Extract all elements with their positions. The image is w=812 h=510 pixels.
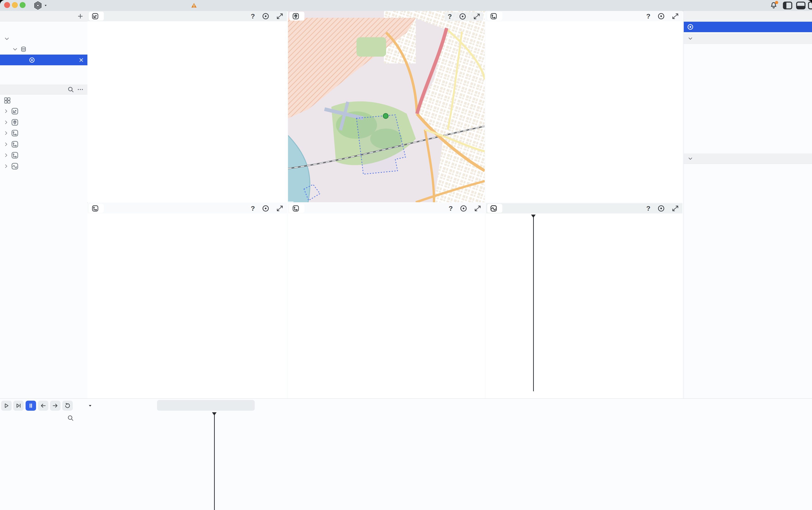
spatial2d-view-icon	[490, 12, 497, 20]
gnss-position-marker[interactable]	[383, 113, 388, 118]
notifications-bell-icon[interactable]	[770, 0, 778, 11]
maximize-view-icon[interactable]	[277, 13, 283, 20]
visibility-eye-icon[interactable]	[460, 204, 467, 212]
connection-status	[614, 0, 741, 11]
view-map-title-chip[interactable]	[289, 12, 304, 21]
chevron-down-icon	[89, 405, 91, 406]
view-sensing-title-chip[interactable]	[487, 204, 502, 213]
chevron-right-icon[interactable]	[3, 163, 9, 169]
chevron-down-icon[interactable]	[4, 36, 10, 42]
selected-recording-row[interactable]	[684, 22, 812, 32]
close-window-button[interactable]	[4, 2, 10, 8]
chevron-down-icon[interactable]	[687, 36, 693, 41]
spatial2d-view-icon	[11, 140, 19, 148]
blueprint-item-map[interactable]	[0, 117, 87, 128]
toggle-right-panel-icon[interactable]	[808, 0, 812, 11]
pause-button[interactable]	[26, 401, 36, 411]
more-options-icon[interactable]	[77, 86, 84, 93]
visibility-eye-icon[interactable]	[262, 12, 269, 20]
chevron-right-icon[interactable]	[3, 119, 9, 125]
search-icon[interactable]	[67, 415, 74, 421]
plot-time-cursor[interactable]	[533, 215, 534, 391]
view-camera2-title-chip[interactable]	[289, 204, 304, 213]
view-camera1-title-chip[interactable]	[89, 204, 104, 213]
view-3d-title-chip[interactable]	[89, 12, 104, 21]
blueprint-item-sensing[interactable]	[0, 161, 87, 171]
chevron-right-icon[interactable]	[3, 108, 9, 114]
maximize-view-icon[interactable]	[672, 13, 679, 20]
blueprint-header	[0, 84, 87, 94]
chevron-down-icon[interactable]	[687, 156, 693, 162]
blueprint-item-camera0[interactable]	[0, 128, 87, 138]
tree-item-dataset[interactable]	[0, 44, 87, 55]
minimize-window-button[interactable]	[12, 2, 18, 8]
step-forward-button[interactable]	[13, 401, 24, 411]
data-section-header[interactable]	[684, 33, 812, 44]
properties-section-header[interactable]	[684, 153, 812, 164]
selection-panel	[684, 11, 812, 398]
help-icon[interactable]: ?	[646, 204, 650, 212]
map-view-icon	[292, 12, 299, 20]
map-attribution[interactable]	[288, 201, 293, 202]
rerun-logo-icon[interactable]	[33, 0, 48, 11]
maximize-view-icon[interactable]	[277, 205, 283, 212]
timeline-cursor[interactable]	[214, 413, 215, 510]
timeline-data-density[interactable]	[87, 425, 812, 510]
toggle-left-panel-icon[interactable]	[783, 0, 792, 11]
maximize-view-icon[interactable]	[672, 205, 679, 212]
help-icon[interactable]: ?	[449, 204, 453, 212]
view-camera0[interactable]: ?	[486, 11, 683, 202]
notification-dot	[775, 1, 778, 4]
view-camera1[interactable]: ?	[87, 203, 287, 398]
view-camera0-title-chip[interactable]	[487, 12, 502, 21]
map-canvas[interactable]	[288, 11, 485, 202]
blueprint-item-camera1[interactable]	[0, 139, 87, 149]
help-icon[interactable]: ?	[251, 204, 255, 212]
maximize-window-button[interactable]	[20, 2, 26, 8]
view-camera2[interactable]: ?	[288, 203, 485, 398]
spatial2d-view-icon	[11, 129, 19, 137]
search-icon[interactable]	[67, 86, 74, 93]
maximize-view-icon[interactable]	[473, 13, 480, 20]
chevron-right-icon[interactable]	[3, 141, 9, 147]
toggle-bottom-panel-icon[interactable]	[796, 0, 806, 11]
selection-header	[684, 11, 812, 22]
maximize-view-icon[interactable]	[474, 205, 481, 212]
blueprint-viewport-row[interactable]	[0, 95, 87, 106]
blueprint-item-3d[interactable]	[0, 106, 87, 116]
view-3d[interactable]: ?	[87, 11, 287, 202]
help-icon[interactable]: ?	[646, 12, 650, 20]
view-map[interactable]: ?	[288, 11, 485, 202]
loop-button[interactable]	[62, 401, 73, 411]
plot-time-cursor-handle[interactable]	[531, 215, 535, 218]
timeseries-canvas[interactable]	[486, 203, 683, 398]
step-next-button[interactable]	[50, 401, 60, 411]
camera2-image[interactable]	[288, 203, 485, 398]
visibility-eye-icon[interactable]	[262, 204, 269, 212]
chevron-right-icon[interactable]	[3, 152, 9, 158]
rerun-examples-section[interactable]	[0, 66, 87, 77]
timeline-selector-dropdown[interactable]	[85, 401, 93, 411]
visibility-eye-icon[interactable]	[657, 204, 665, 212]
help-icon[interactable]: ?	[251, 12, 255, 20]
close-icon[interactable]	[78, 57, 84, 63]
spatial3d-view-icon	[11, 107, 19, 115]
view-sensing-plot[interactable]: ?	[486, 203, 683, 398]
help-icon[interactable]: ?	[448, 12, 452, 20]
blueprint-item-camera2[interactable]	[0, 150, 87, 161]
visibility-eye-icon[interactable]	[459, 12, 466, 20]
tree-item-local[interactable]	[0, 33, 87, 44]
recording-icon	[29, 57, 35, 63]
current-timestamp-chip[interactable]	[157, 400, 255, 411]
tree-item-recording-selected[interactable]	[0, 55, 87, 65]
visibility-eye-icon[interactable]	[657, 12, 665, 20]
camera0-image[interactable]	[486, 11, 683, 202]
chevron-right-icon[interactable]	[3, 130, 9, 136]
step-back-button[interactable]	[38, 401, 48, 411]
add-recording-icon[interactable]	[77, 13, 84, 20]
play-button[interactable]	[1, 401, 12, 411]
chevron-down-icon[interactable]	[12, 46, 18, 53]
camera1-image[interactable]	[87, 203, 287, 398]
timeline-cursor-handle[interactable]	[212, 412, 216, 416]
pointcloud-canvas[interactable]	[87, 11, 287, 202]
